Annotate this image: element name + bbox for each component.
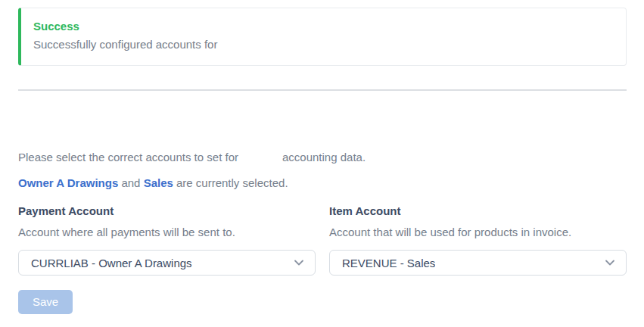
alert-message: Successfully configured accounts for — [33, 36, 614, 53]
intro-text-after: accounting data. — [282, 151, 366, 164]
payment-account-selected-value: CURRLIAB - Owner A Drawings — [31, 257, 192, 269]
account-fields: Payment Account Account where all paymen… — [18, 203, 627, 276]
item-account-label: Item Account — [329, 203, 627, 220]
alert-title: Success — [33, 18, 614, 35]
payment-account-label: Payment Account — [18, 203, 316, 220]
intro-text: Please select the correct accounts to se… — [18, 149, 627, 166]
chevron-down-icon — [294, 257, 304, 268]
success-alert: Success Successfully configured accounts… — [18, 8, 627, 66]
item-account-link[interactable]: Sales — [144, 176, 173, 189]
item-account-selected-value: REVENUE - Sales — [342, 257, 435, 269]
payment-account-select[interactable]: CURRLIAB - Owner A Drawings — [18, 250, 316, 276]
save-button[interactable]: Save — [18, 290, 73, 314]
payment-account-field: Payment Account Account where all paymen… — [18, 203, 316, 276]
accounts-config-page: Success Successfully configured accounts… — [0, 0, 644, 327]
chevron-down-icon — [605, 257, 615, 268]
item-account-description: Account that will be used for products i… — [329, 224, 627, 241]
section-divider — [18, 89, 627, 91]
conjunction-text: and — [121, 176, 140, 189]
item-account-field: Item Account Account that will be used f… — [329, 203, 627, 276]
item-account-select[interactable]: REVENUE - Sales — [329, 250, 627, 276]
intro-text-before: Please select the correct accounts to se… — [18, 151, 238, 164]
current-selection-text: Owner A Drawings and Sales are currently… — [18, 175, 627, 192]
selection-suffix-text: are currently selected. — [176, 176, 288, 189]
payment-account-description: Account where all payments will be sent … — [18, 224, 316, 241]
payment-account-link[interactable]: Owner A Drawings — [18, 176, 118, 189]
